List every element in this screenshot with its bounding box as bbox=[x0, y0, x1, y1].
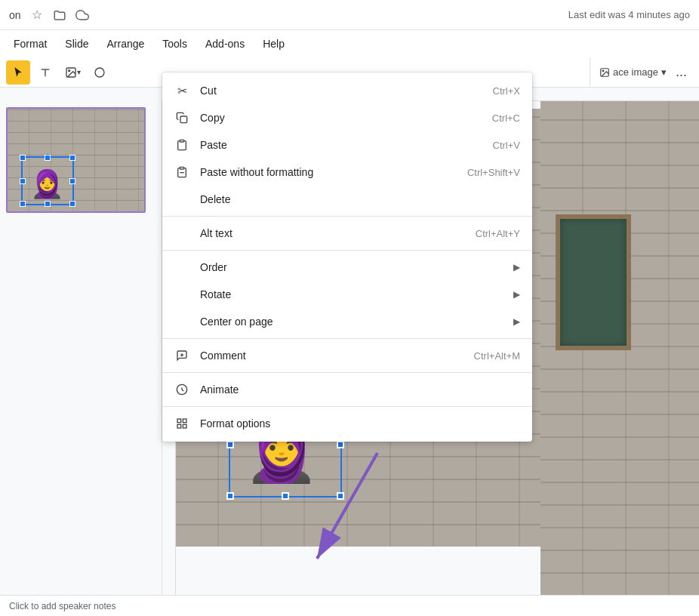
paste-icon bbox=[174, 137, 189, 152]
handle-tl bbox=[20, 155, 26, 161]
menu-item-order[interactable]: Order ▶ bbox=[162, 254, 532, 281]
menu-copy-label: Copy bbox=[200, 112, 482, 124]
order-icon bbox=[174, 260, 189, 275]
menu-center-arrow: ▶ bbox=[513, 316, 520, 327]
menu-copy-shortcut: Ctrl+C bbox=[492, 112, 520, 124]
svg-point-6 bbox=[602, 70, 604, 72]
menu-order-label: Order bbox=[200, 261, 503, 273]
alt-text-icon bbox=[174, 226, 189, 241]
menu-comment-label: Comment bbox=[200, 350, 463, 362]
format-options-icon bbox=[174, 416, 189, 431]
menu-item-delete[interactable]: Delete bbox=[162, 186, 532, 213]
handle-br bbox=[69, 201, 75, 207]
menu-tools[interactable]: Tools bbox=[155, 35, 195, 53]
copy-icon bbox=[174, 110, 189, 125]
cursor-tool[interactable] bbox=[6, 60, 30, 85]
chevron-down-icon: ▾ bbox=[661, 66, 667, 78]
cloud-icon[interactable] bbox=[74, 7, 91, 23]
handle-bm bbox=[45, 201, 51, 207]
slide-thumbnail[interactable]: 🧕 bbox=[6, 107, 146, 213]
folder-icon[interactable] bbox=[51, 7, 68, 23]
menu-addons[interactable]: Add-ons bbox=[198, 35, 252, 53]
menu-divider-1 bbox=[162, 216, 532, 217]
handle-tm bbox=[45, 155, 51, 161]
slide-thumbnail-container: 🧕 bbox=[0, 101, 162, 219]
menu-center-label: Center on page bbox=[200, 316, 503, 328]
menu-item-copy[interactable]: Copy Ctrl+C bbox=[162, 104, 532, 131]
top-bar: on ☆ Last edit was 4 minutes ago bbox=[0, 0, 699, 30]
svg-rect-9 bbox=[180, 167, 183, 169]
slide-emoji: 🧕 bbox=[30, 168, 64, 200]
handle-ml bbox=[20, 178, 26, 184]
canvas-handle-bl bbox=[226, 492, 234, 500]
canvas-handle-bm bbox=[282, 492, 289, 500]
top-bar-icons: ☆ bbox=[29, 7, 91, 23]
menu-rotate-label: Rotate bbox=[200, 288, 503, 300]
menu-paste-label: Paste bbox=[200, 139, 482, 151]
status-bar-text: Click to add speaker notes bbox=[9, 601, 115, 611]
slide-panel: 🧕 bbox=[0, 101, 162, 595]
canvas-handle-ml bbox=[226, 441, 234, 448]
center-icon bbox=[174, 314, 189, 329]
slide-brick-bg: 🧕 bbox=[8, 109, 144, 211]
right-panel bbox=[540, 101, 699, 595]
menu-cut-label: Cut bbox=[200, 85, 482, 97]
menu-item-rotate[interactable]: Rotate ▶ bbox=[162, 281, 532, 308]
more-options-button[interactable]: ... bbox=[673, 61, 690, 83]
scissors-icon: ✂ bbox=[174, 83, 189, 98]
menu-bar: Format Slide Arrange Tools Add-ons Help bbox=[0, 30, 699, 57]
replace-image-button[interactable]: ace image ▾ bbox=[599, 66, 667, 78]
menu-order-arrow: ▶ bbox=[513, 262, 520, 273]
menu-alt-text-shortcut: Ctrl+Alt+Y bbox=[476, 228, 520, 239]
menu-divider-5 bbox=[162, 406, 532, 407]
rotate-icon bbox=[174, 287, 189, 302]
menu-paste-shortcut: Ctrl+V bbox=[493, 140, 520, 151]
menu-item-animate[interactable]: Animate bbox=[162, 376, 532, 403]
chalkboard bbox=[556, 214, 631, 350]
last-edit-text: Last edit was 4 minutes ago bbox=[568, 9, 690, 20]
menu-cut-shortcut: Ctrl+X bbox=[493, 85, 520, 97]
svg-rect-8 bbox=[180, 140, 183, 142]
image-tool[interactable]: ▾ bbox=[60, 60, 85, 85]
svg-point-4 bbox=[95, 68, 104, 77]
canvas-handle-br bbox=[337, 492, 344, 500]
menu-arrange[interactable]: Arrange bbox=[99, 35, 152, 53]
svg-rect-14 bbox=[177, 419, 181, 423]
menu-paste-plain-shortcut: Ctrl+Shift+V bbox=[467, 167, 520, 178]
svg-point-3 bbox=[68, 69, 69, 71]
menu-item-cut[interactable]: ✂ Cut Ctrl+X bbox=[162, 77, 532, 104]
menu-item-comment[interactable]: Comment Ctrl+Alt+M bbox=[162, 342, 532, 369]
right-panel-bg bbox=[540, 101, 699, 595]
text-tool[interactable] bbox=[33, 60, 57, 85]
comment-icon bbox=[174, 348, 189, 363]
menu-item-paste-plain[interactable]: Paste without formatting Ctrl+Shift+V bbox=[162, 159, 532, 186]
menu-help[interactable]: Help bbox=[255, 35, 292, 53]
svg-rect-15 bbox=[183, 419, 186, 423]
star-icon[interactable]: ☆ bbox=[29, 7, 45, 23]
menu-comment-shortcut: Ctrl+Alt+M bbox=[474, 350, 520, 362]
menu-slide[interactable]: Slide bbox=[57, 35, 96, 53]
animate-icon bbox=[174, 382, 189, 397]
handle-tr bbox=[69, 155, 75, 161]
delete-icon bbox=[174, 192, 189, 207]
menu-paste-plain-label: Paste without formatting bbox=[200, 166, 457, 178]
status-bar: Click to add speaker notes bbox=[0, 595, 699, 616]
menu-item-format-options[interactable]: Format options bbox=[162, 410, 532, 437]
handle-mr bbox=[69, 178, 75, 184]
paste-plain-icon bbox=[174, 165, 189, 180]
menu-alt-text-label: Alt text bbox=[200, 227, 465, 239]
menu-item-center[interactable]: Center on page ▶ bbox=[162, 308, 532, 335]
menu-format[interactable]: Format bbox=[6, 35, 54, 53]
shape-tool[interactable] bbox=[88, 60, 112, 85]
svg-rect-7 bbox=[180, 116, 187, 123]
menu-divider-3 bbox=[162, 338, 532, 339]
context-menu: ✂ Cut Ctrl+X Copy Ctrl+C Paste Ctrl+V Pa… bbox=[162, 72, 532, 442]
menu-item-paste[interactable]: Paste Ctrl+V bbox=[162, 131, 532, 159]
menu-divider-2 bbox=[162, 250, 532, 251]
top-right-controls: ace image ▾ ... bbox=[590, 57, 699, 88]
menu-rotate-arrow: ▶ bbox=[513, 289, 520, 300]
menu-format-options-label: Format options bbox=[200, 417, 520, 430]
menu-divider-4 bbox=[162, 372, 532, 373]
svg-rect-16 bbox=[183, 424, 186, 428]
menu-item-alt-text[interactable]: Alt text Ctrl+Alt+Y bbox=[162, 220, 532, 247]
